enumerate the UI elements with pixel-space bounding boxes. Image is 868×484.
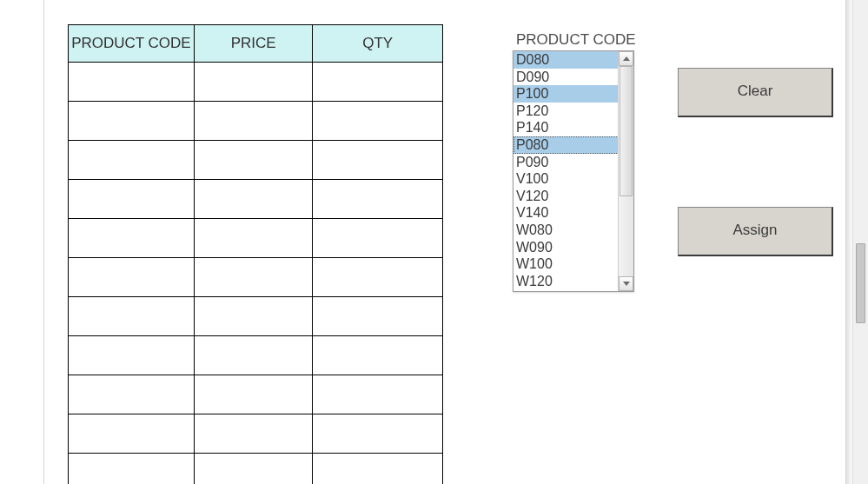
listbox-scrollbar[interactable] [618, 51, 633, 291]
table-row [69, 297, 443, 336]
page-scrollbar-thumb[interactable] [856, 243, 865, 323]
order-table-header-product-code: PRODUCT CODE [69, 25, 195, 63]
table-cell[interactable] [194, 180, 313, 219]
table-cell[interactable] [313, 180, 443, 219]
list-item[interactable]: P080 [514, 136, 619, 154]
app-window: PRODUCT CODE PRICE QTY PRODUCT CODE D080… [0, 0, 868, 484]
table-row [69, 141, 443, 180]
order-table-header-row: PRODUCT CODE PRICE QTY [69, 25, 443, 63]
list-item[interactable]: P140 [514, 119, 619, 136]
list-item[interactable]: W080 [514, 222, 619, 239]
product-code-listbox-items: D080D090P100P120P140P080P090V100V120V140… [514, 51, 619, 291]
table-cell[interactable] [69, 454, 195, 485]
table-cell[interactable] [313, 336, 443, 375]
table-cell[interactable] [313, 414, 443, 454]
table-row [69, 336, 443, 375]
table-cell[interactable] [69, 336, 195, 375]
table-cell[interactable] [313, 219, 443, 258]
table-cell[interactable] [194, 297, 313, 336]
table-cell[interactable] [313, 141, 443, 180]
list-item[interactable]: P100 [514, 85, 619, 103]
table-row [69, 102, 443, 141]
scrollbar-thumb[interactable] [620, 66, 633, 196]
table-row [69, 258, 443, 297]
table-cell[interactable] [194, 102, 313, 141]
list-item[interactable]: D090 [514, 69, 619, 86]
table-cell[interactable] [313, 258, 443, 297]
page-scrollbar[interactable] [852, 0, 868, 484]
page-margin-left [43, 0, 44, 484]
order-table-header-qty: QTY [313, 25, 443, 63]
scrollbar-down-button[interactable] [619, 276, 633, 291]
table-cell[interactable] [69, 219, 195, 258]
product-code-listbox-label: PRODUCT CODE [516, 31, 636, 49]
table-row [69, 414, 443, 454]
table-cell[interactable] [313, 375, 443, 414]
table-cell[interactable] [313, 63, 443, 102]
table-cell[interactable] [69, 102, 195, 141]
order-table-header-price: PRICE [194, 25, 313, 63]
table-cell[interactable] [194, 63, 313, 102]
table-cell[interactable] [69, 414, 195, 454]
table-cell[interactable] [194, 414, 313, 454]
table-row [69, 63, 443, 102]
table-cell[interactable] [69, 297, 195, 336]
scrollbar-up-button[interactable] [619, 51, 633, 66]
table-row [69, 180, 443, 219]
table-cell[interactable] [194, 336, 313, 375]
table-cell[interactable] [194, 375, 313, 414]
list-item[interactable]: W090 [514, 239, 619, 256]
list-item[interactable]: V100 [514, 170, 619, 188]
table-cell[interactable] [194, 454, 313, 485]
table-cell[interactable] [69, 375, 195, 414]
assign-button[interactable]: Assign [678, 207, 833, 256]
order-table: PRODUCT CODE PRICE QTY [68, 24, 443, 484]
table-cell[interactable] [69, 180, 195, 219]
clear-button[interactable]: Clear [678, 68, 833, 117]
table-cell[interactable] [313, 454, 443, 485]
list-item[interactable]: W100 [514, 255, 619, 273]
table-cell[interactable] [313, 297, 443, 336]
table-cell[interactable] [194, 141, 313, 180]
table-row [69, 219, 443, 258]
list-item[interactable]: P090 [514, 154, 619, 171]
table-cell[interactable] [69, 141, 195, 180]
list-item[interactable]: V140 [514, 204, 619, 222]
list-item[interactable]: D080 [514, 51, 619, 69]
product-code-listbox[interactable]: D080D090P100P120P140P080P090V100V120V140… [513, 50, 634, 292]
table-cell[interactable] [69, 63, 195, 102]
list-item[interactable]: P120 [514, 103, 619, 120]
table-cell[interactable] [194, 258, 313, 297]
table-cell[interactable] [69, 258, 195, 297]
list-item[interactable]: W120 [514, 273, 619, 290]
table-cell[interactable] [194, 219, 313, 258]
table-row [69, 454, 443, 485]
table-cell[interactable] [313, 102, 443, 141]
list-item[interactable]: V120 [514, 188, 619, 205]
table-row [69, 375, 443, 414]
